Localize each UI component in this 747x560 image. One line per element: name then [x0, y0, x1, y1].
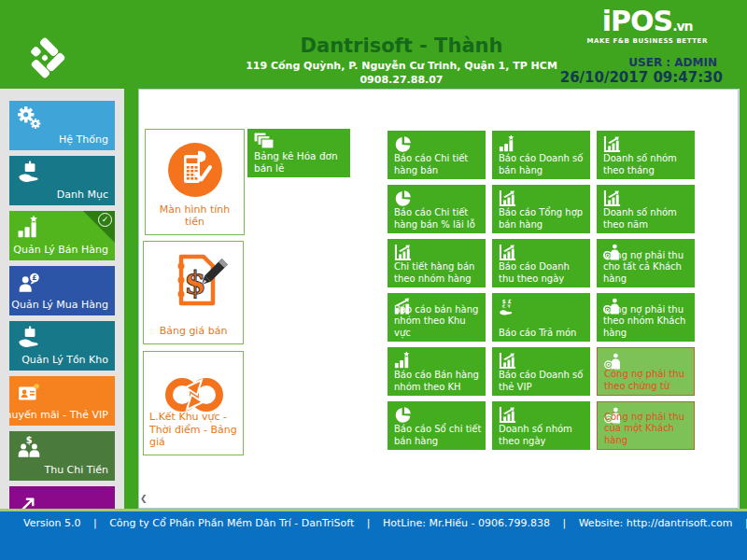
- framed-chart-icon: [498, 405, 517, 425]
- sidebar-divider: [124, 89, 138, 509]
- selected-check-icon: ✓: [98, 213, 112, 227]
- separator: |: [562, 517, 566, 529]
- sidebar-item-clipped-item[interactable]: ✓: [9, 486, 115, 509]
- report-button[interactable]: $ £ € ¥ Báo cáo Trả món: [492, 293, 590, 342]
- framed-chart-icon: [602, 189, 622, 208]
- report-label: Báo cáo Chi tiết hàng bán % lãi lỗ: [394, 207, 482, 231]
- sidebar-item-quan-ly-mua-hang[interactable]: £ Quản Lý Mua Hàng ✓: [9, 266, 115, 315]
- retail-invoice-list-button[interactable]: Bảng kê Hóa đơn bán lẻ: [247, 129, 350, 177]
- report-label: Báo cáo Chi tiết hàng bán: [394, 153, 482, 176]
- report-button[interactable]: Doanh số nhóm theo năm: [597, 185, 695, 233]
- sidebar-item-danh-muc[interactable]: Danh Mục ✓: [9, 156, 115, 205]
- report-button[interactable]: Công nợ phải thu cho tất cả Khách hàng: [597, 239, 695, 287]
- sidebar-item-label: Quản Lý Mua Hàng: [11, 299, 108, 311]
- sidebar-item-label: Khuyến mãi - Thẻ VIP: [9, 409, 108, 421]
- report-button[interactable]: Doanh số nhóm theo ngày: [492, 401, 590, 450]
- hand-box-icon: [16, 325, 42, 351]
- status-bar: Version 5.0 | Công ty Cổ Phần Phần Mềm D…: [0, 509, 747, 560]
- datetime-label: 26/10/2017 09:47:30: [560, 69, 723, 86]
- link-area-time-price-button[interactable]: L.Kết Khu vực - Thời điểm - Bảng giá: [143, 351, 244, 455]
- sidebar-item-khuyen-mai-the-vip[interactable]: Khuyến mãi - Thẻ VIP ✓: [9, 376, 115, 426]
- brand-name-text: iPOS: [602, 5, 672, 37]
- report-button[interactable]: Báo cáo Doanh số thẻ VIP: [492, 347, 590, 396]
- report-button[interactable]: Báo cáo Sổ chi tiết bán hàng: [388, 401, 486, 450]
- page-title: Dantrisoft - Thành: [187, 35, 616, 57]
- report-label: Báo cáo Trả món: [499, 328, 586, 340]
- report-button[interactable]: Báo cáo Doanh thu theo ngày: [492, 239, 590, 287]
- report-button[interactable]: Báo cáo Tổng hợp bán hàng: [492, 185, 590, 233]
- sidebar-item-label: Danh Mục: [57, 189, 108, 201]
- app-header: Dantrisoft - Thành 119 Cống Quỳnh, P. Ng…: [0, 0, 747, 89]
- store-phone: 0908.27.88.07: [187, 74, 616, 86]
- website-link[interactable]: Website: http://dantrisoft.com: [579, 517, 733, 529]
- framed-chart-icon: [498, 189, 517, 208]
- report-label: Công nợ phải thu theo nhóm Khách hàng: [603, 304, 691, 340]
- svg-text:$: $: [26, 435, 33, 445]
- report-button[interactable]: Báo cáo Chi tiết hàng bán: [388, 131, 486, 179]
- report-label: Doanh số nhóm theo ngày: [499, 424, 586, 447]
- report-button[interactable]: Công nợ phải thu theo chứng từ: [597, 347, 695, 396]
- pie-chart-icon: [393, 134, 413, 154]
- gears-icon: [16, 105, 42, 131]
- user-label: USER : ADMIN: [628, 56, 717, 69]
- framed-chart-icon: [498, 243, 517, 262]
- report-label: Doanh số nhóm theo năm: [603, 207, 691, 231]
- report-button[interactable]: Công nợ phải thu theo nhóm Khách hàng: [597, 293, 695, 342]
- report-label: Báo cáo Tổng hợp bán hàng: [499, 207, 586, 231]
- sidebar-item-quan-ly-ton-kho[interactable]: Quản Lý Tồn Kho ✓: [9, 321, 115, 371]
- report-label: Báo cáo Doanh số thẻ VIP: [499, 370, 586, 393]
- report-label: Báo cáo Bán hàng nhóm theo KH: [394, 370, 482, 393]
- report-button[interactable]: Công nợ phải thu của một Khách hàng: [597, 401, 695, 450]
- framed-chart-icon: [393, 243, 413, 262]
- link-area-time-price-label: L.Kết Khu vực - Thời điểm - Bảng giá: [149, 411, 237, 449]
- sidebar-item-label: Quản Lý Tồn Kho: [21, 354, 108, 366]
- cash-people-icon: $: [16, 435, 42, 461]
- report-label: Báo cáo Doanh thu theo ngày: [499, 261, 586, 285]
- separator: |: [93, 517, 97, 529]
- svg-text:£: £: [32, 273, 36, 282]
- store-address: 119 Cống Quỳnh, P. Nguyễn Cư Trinh, Quận…: [187, 60, 616, 72]
- buyer-icon: £: [16, 270, 42, 296]
- price-list-button[interactable]: $ Bảng giá bán: [143, 241, 244, 344]
- hotline-label: HotLine: Mr.Hiếu - 0906.799.838: [383, 517, 550, 529]
- sidebar: Hệ Thống ✓ Danh Mục ✓ Quản Lý Bán Hàng ✓: [0, 89, 124, 509]
- right-edge-strip: [740, 89, 747, 509]
- report-button[interactable]: Doanh số nhóm theo tháng: [597, 131, 695, 179]
- sidebar-item-label: Thu Chi Tiền: [44, 464, 108, 476]
- report-button[interactable]: Báo cáo Chi tiết hàng bán % lãi lỗ: [388, 185, 486, 233]
- hand-box-icon: [16, 160, 42, 186]
- pos-terminal-icon: [168, 143, 222, 197]
- report-button[interactable]: Báo cáo Bán hàng nhóm theo KH: [388, 347, 486, 396]
- svg-text:€ ¥: € ¥: [502, 303, 511, 309]
- report-label: Báo cáo Sổ chi tiết bán hàng: [394, 424, 482, 447]
- ipos-brand: iPOS.vn MAKE F&B BUSINESS BETTER: [586, 7, 708, 45]
- pie-chart-icon: [393, 405, 413, 425]
- sidebar-item-thu-chi-tien[interactable]: $ Thu Chi Tiền ✓: [9, 431, 115, 481]
- report-grid: Báo cáo Chi tiết hàng bán Báo cáo Doanh …: [388, 131, 695, 450]
- pos-screen-label: Màn hình tính tiền: [151, 203, 238, 230]
- report-label: Báo cáo bán hàng nhóm theo Khu vực: [394, 304, 482, 340]
- report-label: Công nợ phải thu cho tất cả Khách hàng: [603, 250, 691, 286]
- store-info: Dantrisoft - Thành 119 Cống Quỳnh, P. Ng…: [187, 35, 616, 86]
- dantrisoft-logo-icon: [19, 31, 71, 85]
- bar-chart-star-icon: [498, 134, 517, 154]
- report-label: Chi tiết hàng bán theo nhóm hàng: [394, 261, 482, 285]
- retail-invoice-list-label: Bảng kê Hóa đơn bán lẻ: [254, 150, 346, 175]
- sidebar-item-label: Hệ Thống: [59, 133, 108, 146]
- sidebar-item-label: Quản Lý Bán Hàng: [13, 244, 108, 256]
- brand-tagline: MAKE F&B BUSINESS BETTER: [586, 37, 708, 45]
- report-button[interactable]: Báo cáo bán hàng nhóm theo Khu vực: [388, 293, 486, 342]
- report-button[interactable]: Báo cáo Doanh số bán hàng: [492, 131, 590, 179]
- status-bar-text: Version 5.0 | Công ty Cổ Phần Phần Mềm D…: [23, 517, 747, 529]
- pos-screen-button[interactable]: Màn hình tính tiền: [145, 129, 245, 235]
- company-label: Công ty Cổ Phần Phần Mềm Dân Trí - DanTr…: [109, 517, 354, 529]
- report-label: Công nợ phải thu theo chứng từ: [604, 369, 690, 392]
- report-button[interactable]: Chi tiết hàng bán theo nhóm hàng: [388, 239, 486, 287]
- sidebar-item-he-thong[interactable]: Hệ Thống ✓: [9, 101, 115, 150]
- brand-tld-text: .vn: [672, 19, 692, 34]
- price-list-label: Bảng giá bán: [149, 325, 237, 338]
- framed-chart-icon: [602, 134, 622, 154]
- price-doc-icon: $: [161, 249, 228, 316]
- collapse-chevron-icon[interactable]: ❮: [140, 494, 148, 503]
- sidebar-item-quan-ly-ban-hang[interactable]: Quản Lý Bán Hàng ✓: [9, 211, 115, 260]
